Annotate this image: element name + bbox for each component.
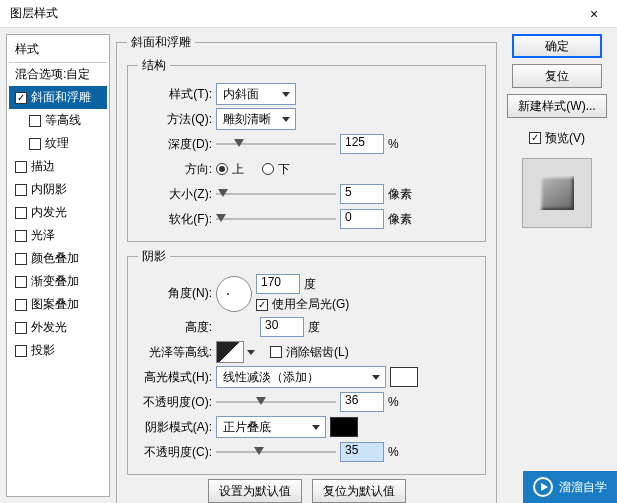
highlight-opacity-input[interactable]: 36 [340,392,384,412]
check-icon[interactable] [15,161,27,173]
window-title: 图层样式 [10,5,58,22]
cancel-button[interactable]: 复位 [512,64,602,88]
check-icon[interactable] [15,345,27,357]
reset-default-button[interactable]: 复位为默认值 [312,479,406,503]
highlight-opacity-label: 不透明度(O): [138,394,212,411]
sidebar-item-label: 内发光 [31,204,67,221]
bevel-group: 斜面和浮雕 结构 样式(T): 内斜面 方法(Q): 雕刻清晰 深度(D): 1… [116,34,497,503]
angle-label: 角度(N): [138,285,212,302]
sidebar-item-label: 颜色叠加 [31,250,79,267]
shadow-mode-label: 阴影模式(A): [138,419,212,436]
sidebar-item-pattern-overlay[interactable]: 图案叠加 [9,293,107,316]
shading-title: 阴影 [138,248,170,265]
sidebar-item-inner-glow[interactable]: 内发光 [9,201,107,224]
method-combo[interactable]: 雕刻清晰 [216,108,296,130]
right-column: 确定 复位 新建样式(W)... 预览(V) [503,34,611,497]
new-style-button[interactable]: 新建样式(W)... [507,94,606,118]
global-light-label: 使用全局光(G) [272,296,349,313]
highlight-opacity-slider[interactable] [216,395,336,409]
depth-slider[interactable] [216,137,336,151]
antialias-label: 消除锯齿(L) [286,344,349,361]
shadow-opacity-slider[interactable] [216,445,336,459]
shadow-color-swatch[interactable] [330,417,358,437]
down-label: 下 [278,161,290,178]
direction-up-radio[interactable] [216,163,228,175]
sidebar-item-gradient-overlay[interactable]: 渐变叠加 [9,270,107,293]
styles-sidebar: 样式 混合选项:自定 斜面和浮雕 等高线 纹理 描边 内阴影 内发光 光泽 [6,34,110,497]
check-icon[interactable] [15,299,27,311]
check-icon[interactable] [15,276,27,288]
angle-picker[interactable] [216,276,252,312]
sidebar-item-label: 投影 [31,342,55,359]
watermark-text: 溜溜自学 [559,479,607,496]
gloss-contour-picker[interactable] [216,341,244,363]
highlight-mode-combo[interactable]: 线性减淡（添加） [216,366,386,388]
size-input[interactable]: 5 [340,184,384,204]
sidebar-item-inner-shadow[interactable]: 内阴影 [9,178,107,201]
global-light-check[interactable] [256,299,268,311]
check-icon[interactable] [15,207,27,219]
structure-title: 结构 [138,57,170,74]
sidebar-item-label: 纹理 [45,135,69,152]
play-icon [533,477,553,497]
style-combo[interactable]: 内斜面 [216,83,296,105]
check-icon[interactable] [15,322,27,334]
sidebar-item-contour[interactable]: 等高线 [9,109,107,132]
sidebar-item-label: 等高线 [45,112,81,129]
deg-unit: 度 [308,319,338,336]
depth-input[interactable]: 125 [340,134,384,154]
sidebar-item-label: 光泽 [31,227,55,244]
deg-unit: 度 [304,276,334,293]
check-icon[interactable] [29,138,41,150]
direction-down-radio[interactable] [262,163,274,175]
style-label: 样式(T): [138,86,212,103]
sidebar-item-drop-shadow[interactable]: 投影 [9,339,107,362]
check-icon[interactable] [15,184,27,196]
sidebar-header: 样式 [9,37,107,63]
watermark: 溜溜自学 [523,471,617,503]
altitude-input[interactable]: 30 [260,317,304,337]
antialias-check[interactable] [270,346,282,358]
sidebar-item-outer-glow[interactable]: 外发光 [9,316,107,339]
sidebar-item-label: 渐变叠加 [31,273,79,290]
soften-slider[interactable] [216,212,336,226]
px-unit: 像素 [388,186,418,203]
sidebar-blend-options[interactable]: 混合选项:自定 [9,63,107,86]
depth-label: 深度(D): [138,136,212,153]
close-icon[interactable]: × [577,3,611,25]
bevel-group-title: 斜面和浮雕 [127,34,195,51]
highlight-color-swatch[interactable] [390,367,418,387]
settings-panel: 斜面和浮雕 结构 样式(T): 内斜面 方法(Q): 雕刻清晰 深度(D): 1… [116,34,497,497]
check-icon[interactable] [15,92,27,104]
sidebar-item-bevel[interactable]: 斜面和浮雕 [9,86,107,109]
structure-group: 结构 样式(T): 内斜面 方法(Q): 雕刻清晰 深度(D): 125 % 方… [127,57,486,242]
sidebar-item-label: 斜面和浮雕 [31,89,91,106]
altitude-label: 高度: [138,319,212,336]
size-slider[interactable] [216,187,336,201]
sidebar-item-satin[interactable]: 光泽 [9,224,107,247]
shading-group: 阴影 角度(N): 170 度 使用全局光(G) [127,248,486,475]
sidebar-item-texture[interactable]: 纹理 [9,132,107,155]
check-icon[interactable] [15,253,27,265]
shadow-opacity-input[interactable]: 35 [340,442,384,462]
direction-label: 方向: [138,161,212,178]
preview-box [522,158,592,228]
check-icon[interactable] [29,115,41,127]
sidebar-item-stroke[interactable]: 描边 [9,155,107,178]
sidebar-item-label: 内阴影 [31,181,67,198]
set-default-button[interactable]: 设置为默认值 [208,479,302,503]
method-label: 方法(Q): [138,111,212,128]
gloss-contour-label: 光泽等高线: [138,344,212,361]
soften-label: 软化(F): [138,211,212,228]
ok-button[interactable]: 确定 [512,34,602,58]
pct-unit: % [388,445,418,459]
preview-label: 预览(V) [545,130,585,147]
shadow-mode-combo[interactable]: 正片叠底 [216,416,326,438]
check-icon[interactable] [15,230,27,242]
angle-input[interactable]: 170 [256,274,300,294]
sidebar-item-label: 图案叠加 [31,296,79,313]
up-label: 上 [232,161,244,178]
sidebar-item-color-overlay[interactable]: 颜色叠加 [9,247,107,270]
preview-check[interactable] [529,132,541,144]
soften-input[interactable]: 0 [340,209,384,229]
